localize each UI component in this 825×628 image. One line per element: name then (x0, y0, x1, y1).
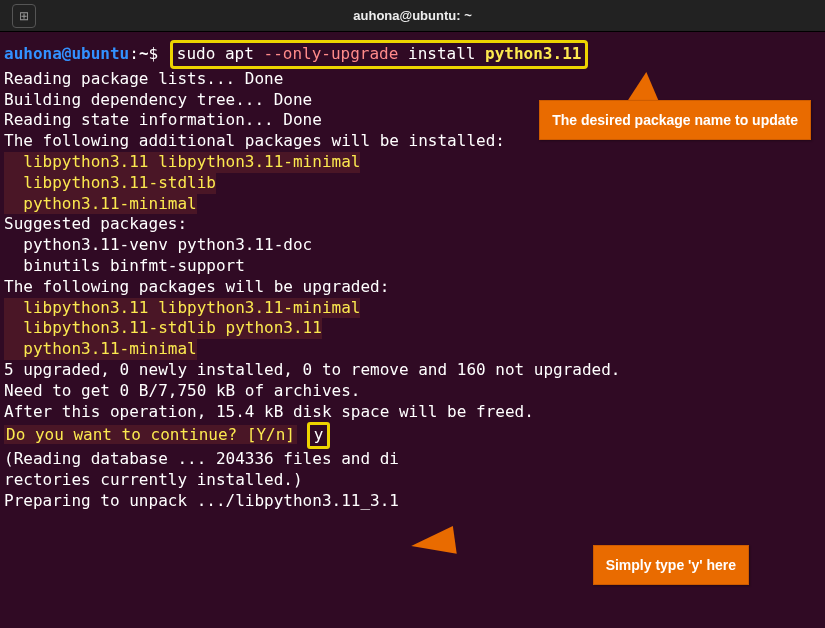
prompt-user: auhona (4, 44, 62, 63)
callout-package-name: The desired package name to update (539, 100, 811, 140)
output-upgraded-header: The following packages will be upgraded: (4, 277, 821, 298)
output-preparing: Preparing to unpack .../libpython3.11_3.… (4, 491, 821, 512)
output-suggested-l1: python3.11-venv python3.11-doc (4, 235, 821, 256)
cmd-sudo: sudo apt (177, 44, 264, 63)
output-upgraded-l3: python3.11-minimal (4, 339, 821, 360)
output-reading-db2: rectories currently installed.) (4, 470, 821, 491)
output-additional-l1: libpython3.11 libpython3.11-minimal (4, 152, 821, 173)
output-suggested-header: Suggested packages: (4, 214, 821, 235)
output-after-op: After this operation, 15.4 kB disk space… (4, 402, 821, 423)
prompt-path: ~ (139, 44, 149, 63)
continue-question: Do you want to continue? [Y/n] (4, 425, 297, 444)
prompt-line: auhona@ubuntu:~$ sudo apt --only-upgrade… (4, 40, 821, 69)
output-need-get: Need to get 0 B/7,750 kB of archives. (4, 381, 821, 402)
continue-answer[interactable]: y (307, 422, 331, 449)
callout-arrow-1 (628, 71, 662, 104)
window-title: auhona@ubuntu: ~ (353, 8, 471, 23)
cmd-install: install (398, 44, 485, 63)
cmd-package: python3.11 (485, 44, 581, 63)
command-highlight-box: sudo apt --only-upgrade install python3.… (170, 40, 589, 69)
terminal-body[interactable]: auhona@ubuntu:~$ sudo apt --only-upgrade… (0, 32, 825, 520)
output-suggested-l2: binutils binfmt-support (4, 256, 821, 277)
new-tab-icon[interactable]: ⊞ (12, 4, 36, 28)
output-reading-db: (Reading database ... 204336 files and d… (4, 449, 821, 470)
output-upgraded-l1: libpython3.11 libpython3.11-minimal (4, 298, 821, 319)
titlebar[interactable]: ⊞ auhona@ubuntu: ~ (0, 0, 825, 32)
callout-arrow-2 (409, 526, 456, 560)
prompt-host: ubuntu (71, 44, 129, 63)
cmd-flag: --only-upgrade (264, 44, 399, 63)
output-additional-l3: python3.11-minimal (4, 194, 821, 215)
output-continue: Do you want to continue? [Y/n] y (4, 422, 821, 449)
callout-type-y: Simply type 'y' here (593, 545, 749, 585)
prompt-symbol: $ (149, 44, 159, 63)
output-additional-l2: libpython3.11-stdlib (4, 173, 821, 194)
output-summary: 5 upgraded, 0 newly installed, 0 to remo… (4, 360, 821, 381)
output-reading-lists: Reading package lists... Done (4, 69, 821, 90)
output-upgraded-l2: libpython3.11-stdlib python3.11 (4, 318, 821, 339)
